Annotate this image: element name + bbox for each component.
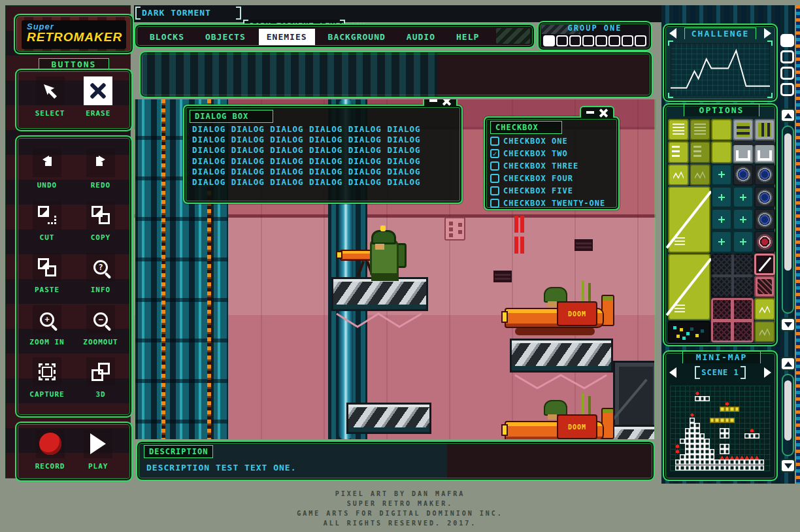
palette-tile-oliveWd[interactable] (690, 164, 710, 186)
palette-tile-portB[interactable] (733, 164, 754, 186)
palette-tile-portP2[interactable] (754, 276, 775, 297)
menu-item-help[interactable]: HELP (448, 29, 487, 45)
scene-prev-arrow[interactable] (669, 367, 676, 378)
group-indicator-dot[interactable] (543, 35, 555, 46)
checkbox-row[interactable]: CHECKBOX THREE (490, 159, 614, 172)
palette-tile-metalU[interactable] (733, 141, 754, 163)
menu-item-audio[interactable]: AUDIO (399, 29, 443, 45)
zoom-out-button[interactable]: − ZOOMOUT (74, 305, 127, 357)
challenge-prev-arrow[interactable] (669, 28, 676, 39)
challenge-page-dot[interactable] (780, 34, 794, 47)
palette-tile-tealc[interactable] (711, 208, 732, 230)
minimap-view[interactable] (670, 386, 771, 471)
palette-tile-tealc[interactable] (711, 186, 732, 208)
palette-tile-oliveBig[interactable] (668, 186, 710, 253)
options-scroll-up-button[interactable] (780, 108, 795, 122)
undo-button[interactable]: UNDO (20, 148, 74, 201)
palette-tile-tealc[interactable] (711, 164, 732, 186)
soldier-sprite[interactable] (340, 230, 408, 282)
palette-tile-tealc[interactable] (711, 231, 732, 252)
capture-button[interactable]: CAPTURE (20, 357, 74, 410)
checkbox[interactable] (490, 186, 499, 195)
checkbox-row[interactable]: CHECKBOX ONE (490, 135, 614, 147)
palette-tile-portB[interactable] (754, 164, 775, 186)
minimap-scroll-up-button[interactable] (780, 357, 795, 371)
menu-item-enemies[interactable]: ENEMIES (259, 29, 315, 45)
minimap-scrollbar-thumb[interactable] (784, 380, 792, 441)
checkbox[interactable] (490, 174, 499, 183)
hover-tank-sprite[interactable]: DOOM (505, 403, 617, 439)
options-scroll-down-button[interactable] (780, 318, 795, 331)
palette-tile-oliveGd[interactable] (754, 321, 775, 342)
palette-tile-portB[interactable] (754, 208, 775, 230)
zoom-in-button[interactable]: + ZOOM IN (20, 305, 74, 357)
palette-tile-tealc[interactable] (733, 186, 754, 208)
palette-tile-tealc[interactable] (733, 208, 754, 230)
select-button[interactable]: SELECT (35, 76, 65, 118)
minimap-scroll-down-button[interactable] (780, 459, 795, 473)
challenge-page-dot[interactable] (780, 83, 794, 96)
checkbox-row[interactable]: CHECKBOX FIVE (490, 184, 614, 197)
record-button[interactable]: RECORD (35, 429, 65, 471)
copy-button[interactable]: COPY (74, 201, 127, 253)
palette-tile-oliveI2d[interactable] (690, 141, 710, 163)
palette-tile-tealc[interactable] (733, 231, 754, 252)
checkbox-window[interactable]: CHECKBOX CHECKBOX ONE✓CHECKBOX TWOCHECKB… (484, 116, 620, 210)
group-indicator-dot[interactable] (608, 35, 620, 46)
palette-tile-metalV[interactable] (754, 119, 775, 141)
3d-button[interactable]: 3D (74, 357, 127, 410)
palette-tile-oliveI1d[interactable] (690, 119, 710, 141)
palette-tile-portB[interactable] (754, 186, 775, 208)
checkbox-row[interactable]: CHECKBOX TWENTY-ONE (490, 197, 614, 209)
palette-tile-oliveI1[interactable] (668, 119, 689, 141)
close-icon[interactable] (442, 99, 451, 105)
group-indicator-dot[interactable] (635, 35, 646, 46)
palette-tile-oliveI2[interactable] (668, 141, 689, 163)
palette-tile-portP1[interactable] (754, 254, 775, 275)
hover-tank-sprite[interactable]: DOOM (505, 290, 617, 343)
palette-tile-metalH[interactable] (733, 119, 754, 141)
menu-item-blocks[interactable]: BLOCKS (142, 29, 192, 45)
palette-tile-metalU[interactable] (754, 141, 775, 163)
palette-tile-oliveW[interactable] (668, 164, 689, 186)
options-scrollbar-track[interactable] (782, 125, 794, 314)
palette-tile-meshPink[interactable] (711, 298, 754, 342)
menu-item-background[interactable]: BACKGROUND (320, 29, 393, 45)
checkbox[interactable] (490, 137, 499, 146)
palette-tile-circuit[interactable] (668, 321, 710, 342)
play-button[interactable]: PLAY (84, 429, 112, 471)
palette-tile-oliveBig2[interactable] (668, 254, 710, 320)
palette-tile-portR[interactable] (754, 231, 775, 252)
checkbox[interactable] (490, 161, 499, 171)
preview-strip-panel[interactable] (139, 51, 653, 98)
info-button[interactable]: ? INFO (74, 253, 127, 305)
cut-button[interactable]: CUT (20, 201, 74, 253)
palette-tile-olive[interactable] (711, 119, 732, 141)
palette-tile-oliveG[interactable] (754, 298, 775, 320)
group-indicator-dot[interactable] (556, 35, 568, 46)
minimize-icon[interactable] (429, 99, 437, 102)
minimap-scrollbar-track[interactable] (782, 374, 794, 456)
scene-selector[interactable]: SCENE 1 (695, 366, 746, 379)
palette-tile-meshDark[interactable] (711, 254, 754, 298)
menu-item-objects[interactable]: OBJECTS (197, 29, 254, 45)
level-canvas[interactable]: DOOM DOOM DIALOG BOX DIALOG DIALOG DIALO… (134, 99, 656, 439)
close-icon[interactable] (599, 108, 608, 117)
erase-button[interactable]: ERASE (84, 76, 112, 118)
palette-tile-olive[interactable] (711, 141, 732, 163)
paste-button[interactable]: PASTE (20, 253, 74, 305)
checkbox[interactable] (490, 199, 499, 208)
challenge-page-dot[interactable] (780, 67, 794, 80)
checkbox-row[interactable]: CHECKBOX FOUR (490, 172, 614, 184)
checkbox-row[interactable]: ✓CHECKBOX TWO (490, 147, 614, 159)
redo-button[interactable]: REDO (74, 148, 127, 201)
checkbox[interactable]: ✓ (490, 149, 499, 158)
scene-next-arrow[interactable] (764, 367, 771, 378)
dialog-box-window[interactable]: DIALOG BOX DIALOG DIALOG DIALOG DIALOG D… (183, 105, 463, 204)
options-scrollbar-thumb[interactable] (784, 133, 792, 271)
group-indicator-dot[interactable] (582, 35, 594, 46)
challenge-page-dot[interactable] (780, 50, 794, 63)
group-indicator-dot[interactable] (595, 35, 607, 46)
group-indicator-dot[interactable] (569, 35, 581, 46)
challenge-next-arrow[interactable] (764, 28, 771, 39)
